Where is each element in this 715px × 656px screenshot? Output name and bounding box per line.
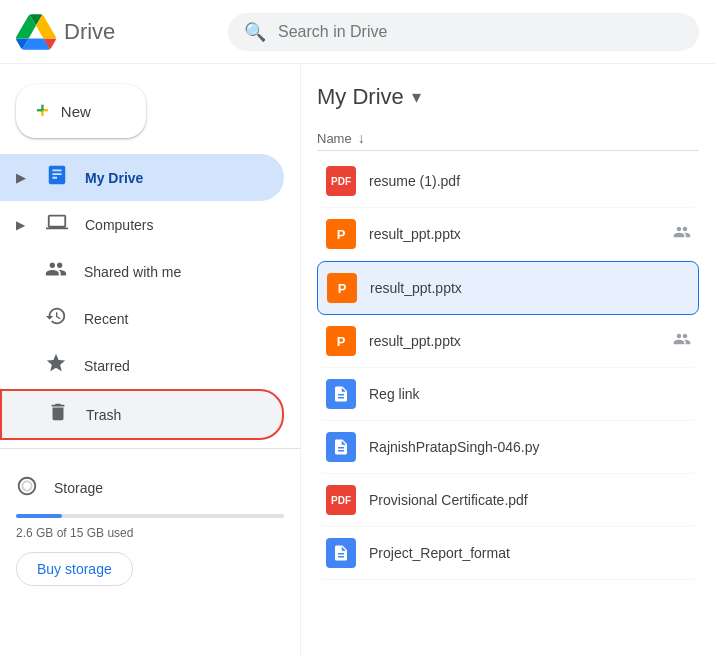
sidebar-item-label: Shared with me: [84, 264, 181, 280]
sidebar-item-trash[interactable]: Trash: [0, 389, 284, 440]
content-header: My Drive ▾: [317, 64, 699, 122]
table-row[interactable]: PDF resume (1).pdf: [317, 155, 699, 208]
sidebar-item-label: Trash: [86, 407, 121, 423]
sidebar-item-label: Computers: [85, 217, 153, 233]
storage-item: Storage: [16, 465, 284, 510]
sidebar-item-recent[interactable]: Recent: [0, 295, 284, 342]
my-drive-icon: [45, 164, 69, 191]
recent-icon: [44, 305, 68, 332]
sort-direction-icon: ↓: [358, 130, 365, 146]
file-icon-doc: [325, 537, 357, 569]
sidebar-item-shared[interactable]: Shared with me: [0, 248, 284, 295]
file-name: Provisional Certificate.pdf: [369, 492, 691, 508]
table-row[interactable]: P result_ppt.pptx: [317, 261, 699, 315]
table-row[interactable]: P result_ppt.pptx: [317, 208, 699, 261]
file-name: RajnishPratapSingh-046.py: [369, 439, 691, 455]
computers-icon: [45, 211, 69, 238]
buy-storage-button[interactable]: Buy storage: [16, 552, 133, 586]
sidebar-item-label: Recent: [84, 311, 128, 327]
file-icon-py: [325, 431, 357, 463]
sidebar-item-computers[interactable]: ▶ Computers: [0, 201, 284, 248]
file-icon-doc: [325, 378, 357, 410]
file-name: result_ppt.pptx: [370, 280, 690, 296]
storage-section: Storage 2.6 GB of 15 GB used Buy storage: [0, 457, 300, 594]
file-name: resume (1).pdf: [369, 173, 691, 189]
shared-icon: [44, 258, 68, 285]
file-icon-ppt: P: [325, 325, 357, 357]
sidebar: + New ▶ My Drive ▶ Computers Shared with…: [0, 64, 300, 656]
file-name: result_ppt.pptx: [369, 226, 661, 242]
search-icon: 🔍: [244, 21, 266, 43]
starred-icon: [44, 352, 68, 379]
shared-indicator-icon: [673, 330, 691, 352]
table-row[interactable]: Project_Report_format: [317, 527, 699, 580]
storage-used-text: 2.6 GB of 15 GB used: [16, 526, 284, 540]
table-row[interactable]: PDF Provisional Certificate.pdf: [317, 474, 699, 527]
table-row[interactable]: Reg link: [317, 368, 699, 421]
table-row[interactable]: P result_ppt.pptx: [317, 315, 699, 368]
new-button-label: New: [61, 103, 91, 120]
file-name: Reg link: [369, 386, 691, 402]
search-input[interactable]: [278, 23, 683, 41]
shared-indicator-icon: [673, 223, 691, 245]
storage-bar-fill: [16, 514, 62, 518]
sidebar-item-label: Starred: [84, 358, 130, 374]
file-icon-ppt: P: [325, 218, 357, 250]
app-title: Drive: [64, 19, 115, 45]
logo-area: Drive: [16, 12, 216, 52]
file-name: result_ppt.pptx: [369, 333, 661, 349]
storage-icon: [16, 475, 38, 500]
app-header: Drive 🔍: [0, 0, 715, 64]
expand-icon: ▶: [16, 218, 25, 232]
new-button[interactable]: + New: [16, 84, 146, 138]
sidebar-item-my-drive[interactable]: ▶ My Drive: [0, 154, 284, 201]
content-area: My Drive ▾ Name ↓ PDF resume (1).pdf P r…: [300, 64, 715, 656]
trash-icon: [46, 401, 70, 428]
expand-icon: ▶: [16, 171, 25, 185]
dropdown-icon[interactable]: ▾: [412, 86, 421, 108]
search-bar[interactable]: 🔍: [228, 13, 699, 51]
drive-logo-icon: [16, 12, 56, 52]
sidebar-item-starred[interactable]: Starred: [0, 342, 284, 389]
storage-bar: [16, 514, 284, 518]
file-list: PDF resume (1).pdf P result_ppt.pptx P: [317, 155, 699, 580]
main-layout: + New ▶ My Drive ▶ Computers Shared with…: [0, 64, 715, 656]
storage-label: Storage: [54, 480, 103, 496]
sidebar-divider: [0, 448, 300, 449]
sidebar-item-label: My Drive: [85, 170, 143, 186]
new-plus-icon: +: [36, 100, 49, 122]
file-icon-pdf: PDF: [325, 165, 357, 197]
file-icon-pdf: PDF: [325, 484, 357, 516]
file-name: Project_Report_format: [369, 545, 691, 561]
file-icon-ppt: P: [326, 272, 358, 304]
sort-label[interactable]: Name: [317, 131, 352, 146]
table-row[interactable]: RajnishPratapSingh-046.py: [317, 421, 699, 474]
content-title: My Drive: [317, 84, 404, 110]
sort-row: Name ↓: [317, 122, 699, 151]
